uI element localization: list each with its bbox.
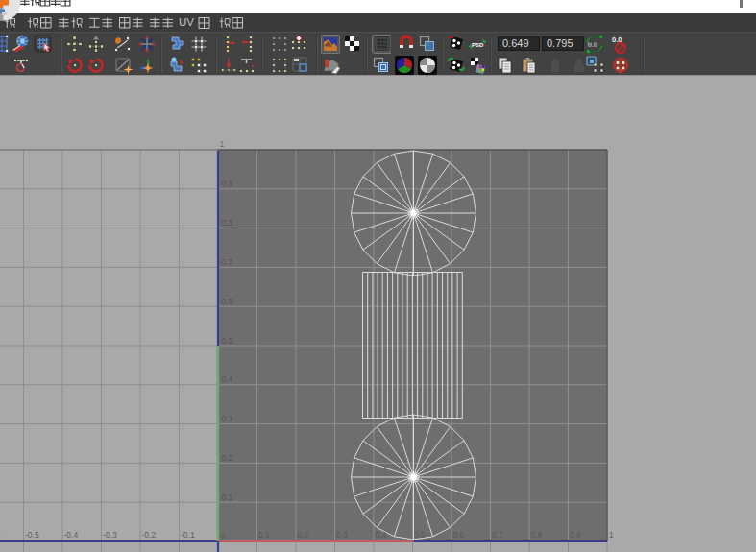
svg-text:-0.2: -0.2 bbox=[142, 530, 157, 540]
svg-text:0.2: 0.2 bbox=[222, 453, 233, 463]
svg-text:0.0: 0.0 bbox=[588, 40, 597, 49]
svg-text:0.6: 0.6 bbox=[222, 297, 233, 306]
svg-text:-0.3: -0.3 bbox=[103, 530, 117, 540]
svg-text:0.7: 0.7 bbox=[492, 530, 503, 540]
svg-text:-0.5: -0.5 bbox=[25, 530, 39, 540]
svg-text:0.2: 0.2 bbox=[298, 530, 309, 540]
svg-text:0.1: 0.1 bbox=[258, 530, 270, 540]
svg-text:1: 1 bbox=[609, 530, 614, 540]
svg-text:0.1: 0.1 bbox=[222, 492, 233, 502]
svg-text:0.5: 0.5 bbox=[414, 530, 426, 540]
svg-text:0.7: 0.7 bbox=[222, 257, 233, 267]
svg-text:-0.1: -0.1 bbox=[181, 530, 195, 540]
svg-text:0.4: 0.4 bbox=[376, 530, 387, 540]
svg-text:PSD: PSD bbox=[472, 42, 484, 48]
svg-text:0.9: 0.9 bbox=[222, 179, 233, 188]
svg-text:0: 0 bbox=[221, 531, 226, 540]
svg-text:0.3: 0.3 bbox=[222, 414, 233, 423]
svg-text:0.4: 0.4 bbox=[222, 374, 233, 384]
svg-text:0.6: 0.6 bbox=[453, 530, 465, 540]
svg-text:0.5: 0.5 bbox=[222, 336, 233, 346]
svg-text:1: 1 bbox=[220, 139, 225, 149]
svg-text:0.9: 0.9 bbox=[570, 530, 581, 540]
svg-text:0.8: 0.8 bbox=[531, 530, 543, 540]
svg-text:-0.4: -0.4 bbox=[64, 530, 79, 540]
svg-text:0.8: 0.8 bbox=[222, 218, 233, 228]
svg-text:0.3: 0.3 bbox=[336, 530, 348, 540]
